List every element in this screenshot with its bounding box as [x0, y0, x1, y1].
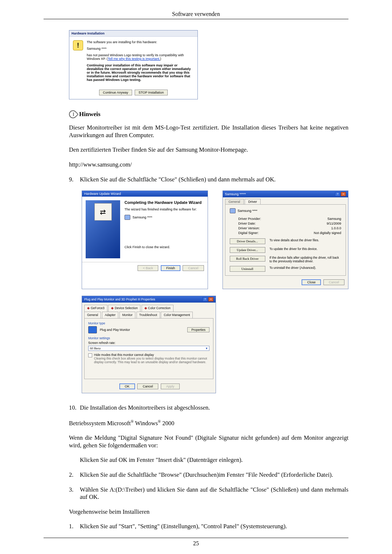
tab-adapter[interactable]: Adapter [102, 312, 119, 319]
help-icon[interactable]: ? [203, 297, 208, 301]
wizard-title: Hardware Update Wizard [82, 191, 208, 197]
lbl-provider: Driver Provider: [238, 217, 277, 221]
properties-button[interactable]: Properties [187, 327, 209, 332]
close-button[interactable]: Close [302, 279, 321, 285]
props-title: Plug and Play Monitor and 3D Prophet III… [84, 297, 155, 301]
note-label: Hinweis [79, 111, 101, 118]
desc-rollback: If the device fails after updating the d… [270, 256, 342, 263]
close-icon[interactable]: × [208, 297, 213, 301]
help-icon[interactable]: ? [335, 192, 340, 196]
driver-title: Samsung ***** [225, 192, 246, 196]
step-text-10: Die Installation des Monitortreibers ist… [80, 404, 348, 412]
s4-num: 1. [69, 523, 80, 530]
monitor-icon [230, 208, 236, 213]
desc-uninstall: To uninstall the driver (Advanced). [270, 266, 342, 270]
monitor-properties-dialog: Plug and Play Monitor and 3D Prophet III… [82, 296, 216, 393]
page-number: 25 [44, 540, 348, 554]
wizard-heading: Completing the Hardware Update Wizard [124, 200, 204, 205]
desc-update: To update the driver for this device. [270, 247, 342, 251]
chevron-down-icon: ▾ [206, 346, 208, 350]
rollback-driver-button[interactable]: Roll Back Driver [230, 256, 265, 262]
s2-num: 2. [69, 471, 80, 479]
step-num-9: 9. [69, 176, 80, 184]
cancel-button: Cancel [183, 265, 204, 271]
hide-modes-checkbox[interactable] [88, 353, 92, 357]
section-monitor-type: Monitor type [88, 321, 209, 325]
driver-device: Samsung **** [238, 209, 258, 213]
driver-details-button[interactable]: Driver Details... [230, 238, 265, 244]
header-divider [44, 19, 348, 19]
finish-button[interactable]: Finish [161, 265, 180, 271]
ok-button[interactable]: OK [119, 383, 135, 389]
s3-text: Wählen Sie A:(D:\Treiber) und klicken Si… [80, 486, 348, 501]
wizard-finish-hint: Click Finish to close the wizard. [124, 245, 204, 249]
note-icon [67, 108, 78, 120]
refresh-rate-select[interactable]: 60 Hertz ▾ [88, 346, 209, 351]
tab-driver[interactable]: Driver [245, 199, 261, 204]
lbl-signer: Digital Signer: [238, 231, 277, 235]
wizard-subtext: The wizard has finished installing the s… [124, 208, 204, 211]
tab-geforce[interactable]: ◆GeForce3 [84, 305, 107, 312]
lbl-version: Driver Version: [238, 226, 277, 230]
monitor-icon [88, 326, 97, 333]
uninstall-button[interactable]: Uninstall [230, 266, 265, 272]
tab-device-selection[interactable]: ◆Device Selection [108, 305, 140, 312]
back-button: < Back [138, 265, 159, 271]
tab-color-correction[interactable]: ◆Color Correction [142, 305, 173, 312]
tab-general[interactable]: General [225, 199, 244, 204]
monitor-icon [124, 215, 130, 220]
hw-line2b: ) [160, 57, 161, 61]
step-text-9: Klicken Sie auf die Schaltfläche "Close"… [80, 176, 348, 184]
s3-num: 3. [69, 486, 80, 501]
refresh-value: 60 Hertz [90, 346, 101, 350]
paragraph-2: Den zertifizierten Treiber finden Sie au… [69, 146, 348, 154]
paragraph-5: Vorgehensweise beim Installieren [69, 508, 348, 516]
tab-color-mgmt[interactable]: Color Management [161, 312, 193, 319]
apply-button: Apply [161, 383, 180, 389]
desc-details: To view details about the driver files. [270, 238, 342, 242]
val-date: 9/11/2009 [327, 222, 341, 225]
step-num-10: 10. [69, 404, 80, 412]
close-icon[interactable]: × [341, 192, 346, 196]
dialog-title: Hardware Installation [69, 30, 197, 37]
cancel-button: Cancel [323, 279, 344, 285]
tab-monitor[interactable]: Monitor [119, 312, 135, 319]
val-provider: Samsung [327, 217, 341, 221]
paragraph-4: Wenn die Meldung "Digital Signature Not … [69, 434, 348, 449]
logo-test-link[interactable]: Tell me why this testing is important. [108, 57, 160, 61]
paragraph-url: http://www.samsung.com/ [69, 161, 348, 169]
refresh-label: Screen refresh rate: [88, 341, 209, 345]
page-header: Software verwenden [44, 11, 348, 17]
tab-general[interactable]: General [84, 312, 101, 319]
cancel-button[interactable]: Cancel [137, 383, 158, 389]
s2-text: Klicken Sie auf die Schaltfläche "Browse… [80, 471, 348, 479]
wizard-device-icon: ⇄ [94, 203, 112, 221]
s1-text: Klicken Sie auf OK im Fenster "Insert di… [80, 456, 348, 464]
val-version: 1.0.0.0 [331, 226, 341, 230]
continue-anyway-button[interactable]: Continue Anyway [99, 90, 132, 95]
hide-modes-label: Hide modes that this monitor cannot disp… [94, 353, 209, 357]
footer-divider [44, 538, 348, 538]
update-driver-button[interactable]: Update Driver... [230, 247, 265, 253]
tab-troubleshoot[interactable]: Troubleshoot [136, 312, 160, 319]
warning-icon: ! [73, 40, 83, 50]
s4-text: Klicken Sie auf "Start", "Setting" (Eins… [80, 523, 348, 530]
wizard-device: Samsung **** [132, 216, 152, 219]
monitor-name: Plug and Play Monitor [100, 328, 130, 332]
hw-line2: has not passed Windows Logo testing to v… [87, 53, 194, 61]
wizard-sidebar: ⇄ [86, 200, 120, 258]
driver-properties-dialog: Samsung ***** ? × General Driver Samsung… [222, 190, 349, 289]
hw-install-dialog: Hardware Installation ! The software you… [69, 30, 198, 99]
lbl-date: Driver Date: [238, 222, 277, 225]
s1-num [69, 456, 80, 464]
hide-modes-help: Clearing this check box allows you to se… [94, 357, 209, 364]
hw-device: Samsung **** [87, 47, 194, 50]
hw-line1: The software you are installing for this… [87, 40, 194, 44]
hw-update-wizard-dialog: Hardware Update Wizard ⇄ Completing the … [82, 190, 208, 289]
val-signer: Not digitally signed [314, 231, 341, 235]
hw-warning-text: Continuing your installation of this sof… [87, 63, 194, 82]
os-line: Betriebssystem Microsoft® Windows® 2000 [69, 419, 348, 427]
paragraph-1: Dieser Monitortreiber ist mit dem MS-Log… [69, 124, 348, 139]
section-monitor-settings: Monitor settings [88, 336, 209, 340]
stop-installation-button[interactable]: STOP Installation [135, 90, 168, 95]
